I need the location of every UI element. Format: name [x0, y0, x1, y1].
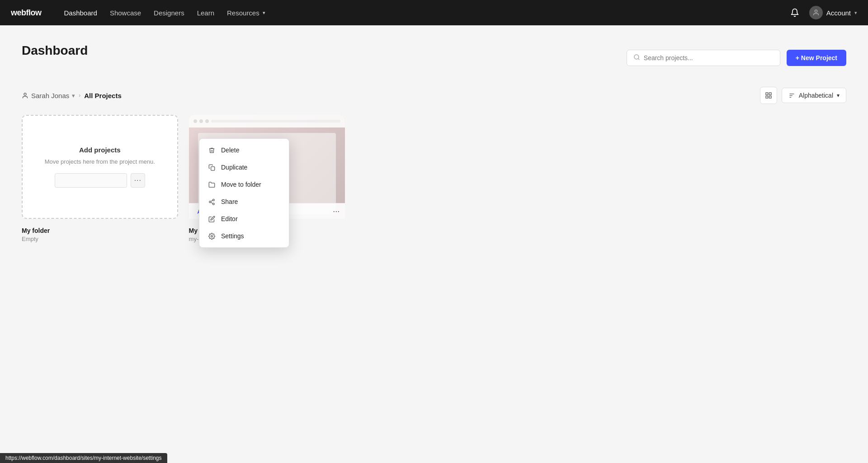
nav-dashboard[interactable]: Dashboard [60, 6, 102, 19]
svg-point-1 [634, 55, 639, 59]
avatar [809, 6, 823, 19]
chevron-down-icon: ▾ [263, 10, 265, 16]
page-title: Dashboard [22, 43, 88, 58]
add-projects-mock: ··· [55, 173, 145, 188]
new-project-button[interactable]: + New Project [787, 50, 846, 66]
copy-icon [208, 163, 216, 171]
svg-rect-6 [766, 96, 768, 98]
context-menu-duplicate[interactable]: Duplicate [199, 159, 289, 176]
sort-button[interactable]: Alphabetical ▾ [782, 88, 846, 103]
context-delete-label: Delete [221, 146, 239, 154]
mock-input [55, 173, 127, 188]
url-bar [211, 120, 341, 123]
mock-dots-button[interactable]: ··· [131, 173, 145, 188]
share-icon [208, 198, 216, 206]
account-label: Account [826, 9, 851, 17]
sort-label: Alphabetical [799, 92, 833, 99]
status-bar: https://webflow.com/dashboard/sites/my-i… [0, 453, 167, 463]
svg-point-16 [212, 199, 214, 201]
search-input[interactable] [644, 54, 774, 61]
svg-point-3 [24, 93, 26, 95]
dot-2 [199, 119, 203, 123]
context-settings-label: Settings [221, 232, 244, 240]
navbar-right: Account ▾ [788, 5, 857, 20]
folder-card-sublabel: Empty [22, 236, 178, 242]
status-url: https://webflow.com/dashboard/sites/my-i… [5, 455, 162, 461]
edit-icon [208, 215, 216, 223]
svg-rect-5 [769, 93, 771, 95]
notifications-bell-icon[interactable] [788, 5, 802, 20]
folder-card-label: My folder [22, 227, 178, 234]
svg-line-20 [211, 200, 212, 201]
header-actions: + New Project [627, 50, 846, 66]
add-projects-card[interactable]: Add projects Move projects here from the… [22, 115, 178, 219]
dot-1 [193, 119, 197, 123]
logo[interactable]: webflow [11, 8, 42, 18]
svg-point-0 [815, 10, 817, 12]
sort-dropdown-icon: ▾ [837, 92, 840, 99]
context-menu-editor[interactable]: Editor [199, 210, 289, 227]
projects-grid: Add projects Move projects here from the… [22, 115, 846, 242]
thumbnail-top-bar [189, 115, 345, 128]
navbar: webflow Dashboard Showcase Designers Lea… [0, 0, 868, 25]
breadcrumb: Sarah Jonas ▾ › All Projects [22, 92, 122, 99]
main-content: Dashboard + New Project Sarah Jonas ▾ › … [0, 25, 868, 260]
layout-toggle-button[interactable] [760, 87, 777, 104]
project-menu-dots-button[interactable]: ··· [333, 207, 340, 216]
search-box [627, 50, 780, 66]
svg-rect-15 [211, 166, 214, 170]
folder-icon [208, 180, 216, 189]
svg-point-17 [209, 201, 211, 203]
gear-icon [208, 232, 216, 240]
folder-card-wrapper: Add projects Move projects here from the… [22, 115, 178, 242]
svg-rect-7 [769, 96, 771, 98]
search-icon [633, 54, 640, 62]
nav-resources[interactable]: Resources ▾ [222, 6, 270, 19]
add-projects-title: Add projects [79, 146, 121, 154]
user-breadcrumb[interactable]: Sarah Jonas ▾ [22, 92, 75, 99]
context-menu-move-to-folder[interactable]: Move to folder [199, 176, 289, 193]
nav-showcase[interactable]: Showcase [105, 6, 146, 19]
nav-designers[interactable]: Designers [149, 6, 189, 19]
account-menu[interactable]: Account ▾ [809, 6, 857, 19]
context-menu: Delete Duplicate Move to folder Share Ed… [199, 138, 289, 248]
svg-point-18 [212, 203, 214, 205]
filter-bar: Sarah Jonas ▾ › All Projects Alphabetica… [22, 87, 846, 104]
context-duplicate-label: Duplicate [221, 164, 247, 171]
svg-rect-4 [766, 93, 768, 95]
breadcrumb-user-name: Sarah Jonas [31, 92, 69, 99]
svg-line-2 [638, 58, 639, 60]
trash-icon [208, 146, 216, 154]
context-move-label: Move to folder [221, 181, 261, 188]
breadcrumb-current: All Projects [84, 92, 122, 99]
context-share-label: Share [221, 198, 238, 205]
context-menu-settings[interactable]: Settings [199, 227, 289, 245]
context-editor-label: Editor [221, 215, 238, 222]
svg-point-21 [211, 235, 212, 237]
context-menu-delete[interactable]: Delete [199, 142, 289, 159]
account-chevron-icon: ▾ [854, 10, 857, 16]
breadcrumb-user-dropdown-icon: ▾ [72, 92, 75, 99]
svg-line-19 [211, 202, 212, 203]
add-projects-desc: Move projects here from the project menu… [45, 157, 155, 166]
filter-right: Alphabetical ▾ [760, 87, 846, 104]
nav-learn[interactable]: Learn [193, 6, 219, 19]
context-menu-share[interactable]: Share [199, 193, 289, 210]
breadcrumb-arrow-icon: › [79, 92, 80, 99]
dot-3 [205, 119, 209, 123]
nav-links: Dashboard Showcase Designers Learn Resou… [60, 6, 773, 19]
